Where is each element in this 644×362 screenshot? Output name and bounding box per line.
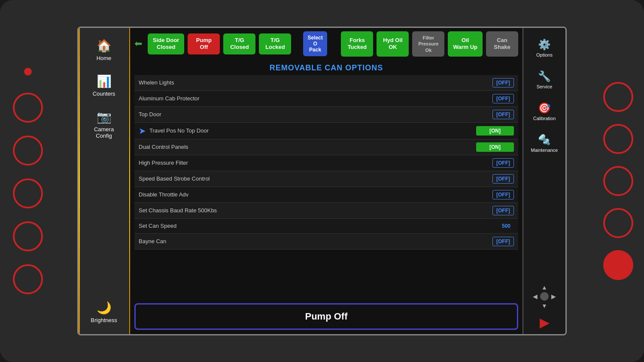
left-button-panel <box>13 68 43 294</box>
option-status: 500 <box>498 222 514 230</box>
option-status: [OFF] <box>492 190 514 199</box>
right-button-4[interactable] <box>603 208 633 238</box>
option-row-top-door[interactable]: Top Door [OFF] <box>134 107 518 123</box>
main-screen: 🏠 Home 📊 Counters 📷 Camera Config 🌙 Brig… <box>77 27 567 335</box>
sidebar-label-brightness: Brightness <box>91 317 117 323</box>
option-row-baud[interactable]: Set Chassis Baud Rate 500Kbs [OFF] <box>134 203 518 219</box>
option-name: Disable Throttle Adv <box>139 191 492 198</box>
home-icon: 🏠 <box>97 39 112 53</box>
nav-service[interactable]: 🔧 Service <box>526 64 563 96</box>
forks-tucked-btn[interactable]: ForksTucked <box>341 31 373 57</box>
option-name: Set Chassis Baud Rate 500Kbs <box>139 207 492 214</box>
oil-warm-btn[interactable]: OilWarm Up <box>448 31 483 57</box>
dpad-empty <box>531 301 540 311</box>
right-button-1[interactable] <box>603 82 633 112</box>
dpad-center-btn[interactable] <box>540 292 549 301</box>
tg-closed-btn[interactable]: T/GClosed <box>223 33 255 55</box>
left-indicator-led <box>24 68 32 75</box>
option-row-throttle[interactable]: Disable Throttle Adv [OFF] <box>134 187 518 203</box>
left-button-5[interactable] <box>13 264 43 294</box>
dpad-center[interactable] <box>540 292 549 302</box>
option-row-whelen[interactable]: Whelen Lights [OFF] <box>134 75 518 91</box>
arrow-icon: ➤ <box>139 126 146 136</box>
service-label: Service <box>537 84 553 89</box>
counters-icon: 📊 <box>97 74 112 88</box>
pump-off-btn[interactable]: PumpOff <box>188 33 220 55</box>
nav-maintenance[interactable]: 🔩 Maintenance <box>526 127 563 159</box>
left-button-1[interactable] <box>13 93 43 123</box>
option-row-aluminum[interactable]: Aluminum Cab Protector [OFF] <box>134 91 518 107</box>
dpad-left[interactable]: ◀ <box>531 292 540 302</box>
calibration-label: Calibration <box>533 116 556 121</box>
left-button-3[interactable] <box>13 178 43 208</box>
brightness-icon: 🌙 <box>97 301 112 315</box>
option-name: Speed Based Strobe Control <box>139 175 492 182</box>
right-button-2[interactable] <box>603 124 633 154</box>
option-row-speed-strobe[interactable]: Speed Based Strobe Control [OFF] <box>134 171 518 187</box>
right-button-panel <box>603 82 633 280</box>
sidebar-item-camera[interactable]: 📷 Camera Config <box>79 103 129 145</box>
maintenance-label: Maintenance <box>531 148 558 153</box>
select-o-pack-btn[interactable]: SelectOPack <box>303 31 327 56</box>
left-button-4[interactable] <box>13 221 43 251</box>
option-name: Bayne Can <box>139 238 492 244</box>
nav-calibration[interactable]: 🎯 Calibration <box>526 96 563 127</box>
option-name: Travel Pos No Top Door <box>149 127 476 134</box>
right-button-5[interactable] <box>603 250 633 280</box>
nav-arrow-btn[interactable]: ▶ <box>540 315 550 330</box>
option-status: [ON] <box>476 142 514 152</box>
option-name: Aluminum Cab Protector <box>139 95 492 102</box>
sidebar: 🏠 Home 📊 Counters 📷 Camera Config 🌙 Brig… <box>79 28 130 334</box>
option-name: Set Can Speed <box>139 223 498 229</box>
option-status: [ON] <box>476 126 514 136</box>
dpad-up[interactable]: ▲ <box>540 283 549 292</box>
pump-off-button[interactable]: Pump Off <box>134 303 518 330</box>
option-row-bayne[interactable]: Bayne Can [OFF] <box>134 234 518 250</box>
option-row-high-pressure[interactable]: High Pressure Filter [OFF] <box>134 155 518 171</box>
service-icon: 🔧 <box>538 70 551 82</box>
tg-locked-btn[interactable]: T/GLocked <box>259 33 291 55</box>
device-outer: 🏠 Home 📊 Counters 📷 Camera Config 🌙 Brig… <box>0 0 644 362</box>
dpad-right[interactable]: ▶ <box>549 292 559 302</box>
options-icon: ⚙️ <box>538 39 551 51</box>
option-name: Whelen Lights <box>139 79 492 86</box>
option-name: Dual Control Panels <box>139 144 476 150</box>
option-row-can-speed[interactable]: Set Can Speed 500 <box>134 219 518 234</box>
dpad-empty <box>531 283 540 292</box>
dpad-down[interactable]: ▼ <box>540 301 549 311</box>
option-status: [OFF] <box>492 237 514 246</box>
can-shake-btn[interactable]: CanShake <box>486 31 518 57</box>
option-row-travel-pos[interactable]: ➤ Travel Pos No Top Door [ON] <box>134 123 518 139</box>
sidebar-label-home: Home <box>97 55 112 61</box>
left-button-2[interactable] <box>13 136 43 166</box>
right-button-3[interactable] <box>603 166 633 196</box>
sidebar-label-camera: Camera Config <box>94 126 114 139</box>
back-arrow[interactable]: ⬅ <box>134 38 142 49</box>
calibration-icon: 🎯 <box>538 102 551 114</box>
option-name: Top Door <box>139 111 492 118</box>
maintenance-icon: 🔩 <box>538 134 551 146</box>
page-title: REMOVABLE CAN OPTIONS <box>130 60 522 75</box>
option-row-dual-control[interactable]: Dual Control Panels [ON] <box>134 139 518 155</box>
sidebar-item-counters[interactable]: 📊 Counters <box>79 68 129 103</box>
options-label: Options <box>536 52 553 57</box>
status-bar: ⬅ Side DoorClosed PumpOff T/GClosed T/GL… <box>130 28 522 60</box>
gold-border-left <box>79 28 80 334</box>
nav-options[interactable]: ⚙️ Options <box>526 32 563 64</box>
filter-pressure-btn[interactable]: FilterPressureOk <box>412 31 444 57</box>
dpad-empty <box>549 301 559 311</box>
dpad: ▲ ◀ ▶ ▼ <box>531 283 559 311</box>
right-nav-panel: ⚙️ Options 🔧 Service 🎯 Calibration 🔩 Mai… <box>522 28 565 334</box>
option-status: [OFF] <box>492 206 514 215</box>
sidebar-item-brightness[interactable]: 🌙 Brightness <box>79 294 129 330</box>
option-status: [OFF] <box>492 110 514 119</box>
sidebar-item-home[interactable]: 🏠 Home <box>79 32 129 68</box>
option-status: [OFF] <box>492 174 514 184</box>
hyd-oil-btn[interactable]: Hyd OilOK <box>377 31 409 57</box>
option-status: [OFF] <box>492 94 514 103</box>
option-name: High Pressure Filter <box>139 160 492 166</box>
option-status: [OFF] <box>492 78 514 87</box>
side-door-btn[interactable]: Side DoorClosed <box>148 33 184 55</box>
options-list: Whelen Lights [OFF] Aluminum Cab Protect… <box>130 75 522 299</box>
camera-icon: 📷 <box>97 110 112 124</box>
